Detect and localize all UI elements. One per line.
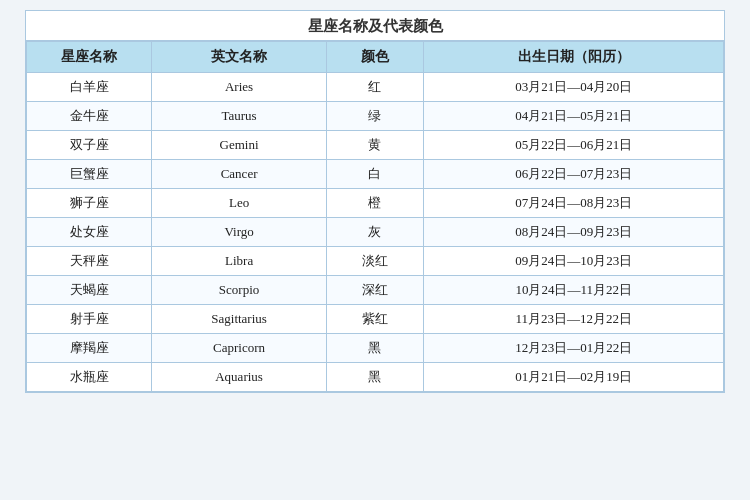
table-row: 天蝎座Scorpio深红10月24日—11月22日: [27, 276, 724, 305]
table-row: 金牛座Taurus绿04月21日—05月21日: [27, 102, 724, 131]
cell-color: 黄: [326, 131, 424, 160]
cell-color: 灰: [326, 218, 424, 247]
zodiac-table-container: 星座名称及代表颜色 星座名称 英文名称 颜色 出生日期（阳历） 白羊座Aries…: [25, 10, 725, 393]
table-row: 水瓶座Aquarius黑01月21日—02月19日: [27, 363, 724, 392]
cell-chinese: 处女座: [27, 218, 152, 247]
table-row: 摩羯座Capricorn黑12月23日—01月22日: [27, 334, 724, 363]
cell-chinese: 天蝎座: [27, 276, 152, 305]
cell-chinese: 水瓶座: [27, 363, 152, 392]
cell-date: 04月21日—05月21日: [424, 102, 724, 131]
cell-chinese: 巨蟹座: [27, 160, 152, 189]
cell-chinese: 白羊座: [27, 73, 152, 102]
cell-english: Capricorn: [152, 334, 326, 363]
zodiac-table: 星座名称 英文名称 颜色 出生日期（阳历） 白羊座Aries红03月21日—04…: [26, 41, 724, 392]
cell-chinese: 双子座: [27, 131, 152, 160]
cell-date: 03月21日—04月20日: [424, 73, 724, 102]
cell-color: 黑: [326, 363, 424, 392]
cell-english: Cancer: [152, 160, 326, 189]
cell-color: 橙: [326, 189, 424, 218]
header-english: 英文名称: [152, 42, 326, 73]
header-chinese: 星座名称: [27, 42, 152, 73]
header-date: 出生日期（阳历）: [424, 42, 724, 73]
cell-date: 12月23日—01月22日: [424, 334, 724, 363]
cell-date: 09月24日—10月23日: [424, 247, 724, 276]
cell-english: Leo: [152, 189, 326, 218]
cell-english: Aries: [152, 73, 326, 102]
cell-date: 08月24日—09月23日: [424, 218, 724, 247]
cell-english: Aquarius: [152, 363, 326, 392]
cell-color: 淡红: [326, 247, 424, 276]
cell-date: 10月24日—11月22日: [424, 276, 724, 305]
cell-date: 11月23日—12月22日: [424, 305, 724, 334]
table-row: 巨蟹座Cancer白06月22日—07月23日: [27, 160, 724, 189]
cell-color: 深红: [326, 276, 424, 305]
table-row: 处女座Virgo灰08月24日—09月23日: [27, 218, 724, 247]
table-row: 白羊座Aries红03月21日—04月20日: [27, 73, 724, 102]
cell-chinese: 射手座: [27, 305, 152, 334]
table-row: 双子座Gemini黄05月22日—06月21日: [27, 131, 724, 160]
cell-english: Virgo: [152, 218, 326, 247]
header-color: 颜色: [326, 42, 424, 73]
cell-date: 01月21日—02月19日: [424, 363, 724, 392]
cell-color: 紫红: [326, 305, 424, 334]
cell-color: 黑: [326, 334, 424, 363]
table-row: 狮子座Leo橙07月24日—08月23日: [27, 189, 724, 218]
cell-english: Taurus: [152, 102, 326, 131]
table-row: 射手座Sagittarius紫红11月23日—12月22日: [27, 305, 724, 334]
cell-date: 05月22日—06月21日: [424, 131, 724, 160]
cell-chinese: 金牛座: [27, 102, 152, 131]
cell-chinese: 摩羯座: [27, 334, 152, 363]
cell-chinese: 天秤座: [27, 247, 152, 276]
cell-english: Sagittarius: [152, 305, 326, 334]
cell-date: 06月22日—07月23日: [424, 160, 724, 189]
cell-english: Libra: [152, 247, 326, 276]
cell-color: 红: [326, 73, 424, 102]
page-title: 星座名称及代表颜色: [26, 11, 724, 41]
table-row: 天秤座Libra淡红09月24日—10月23日: [27, 247, 724, 276]
cell-date: 07月24日—08月23日: [424, 189, 724, 218]
cell-english: Gemini: [152, 131, 326, 160]
cell-english: Scorpio: [152, 276, 326, 305]
table-body: 白羊座Aries红03月21日—04月20日金牛座Taurus绿04月21日—0…: [27, 73, 724, 392]
cell-color: 绿: [326, 102, 424, 131]
cell-chinese: 狮子座: [27, 189, 152, 218]
cell-color: 白: [326, 160, 424, 189]
table-header-row: 星座名称 英文名称 颜色 出生日期（阳历）: [27, 42, 724, 73]
